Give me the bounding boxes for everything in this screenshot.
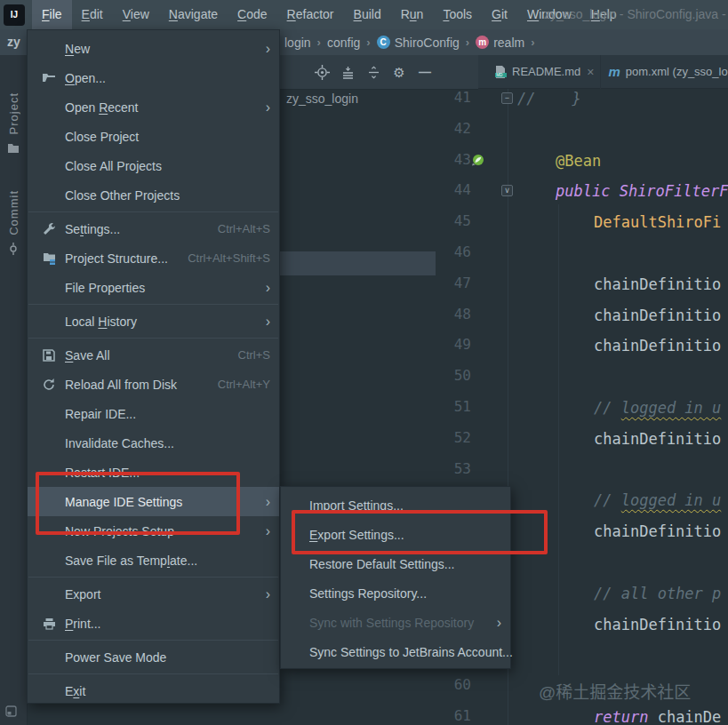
line-number: 50	[436, 367, 471, 384]
menu-item-save-file-as-template[interactable]: Save File as Template...	[28, 546, 279, 575]
code-line-53[interactable]: 53	[436, 455, 728, 486]
menubar-item-run[interactable]: Run	[391, 0, 434, 29]
open-folder-icon	[40, 72, 58, 84]
code-line-41[interactable]: 41−// }	[436, 89, 728, 115]
menu-item-restart-ide[interactable]: Restart IDE...	[28, 458, 279, 487]
gear-icon[interactable]: ⚙	[391, 64, 407, 80]
code-line-42[interactable]: 42	[436, 115, 728, 146]
menu-item-save-all[interactable]: Save AllCtrl+S	[28, 340, 279, 370]
editor-tab-bar: MDREADME.md×mpom.xml (zy_sso_login)×C	[478, 55, 728, 89]
code-line-60[interactable]: 60	[436, 671, 728, 702]
expand-regions-icon[interactable]	[365, 64, 381, 80]
menu-item-import-settings[interactable]: Import Settings...	[281, 490, 510, 520]
menubar-item-edit[interactable]: Edit	[72, 0, 113, 29]
maven-icon: m	[608, 64, 620, 79]
code-line-49[interactable]: 49chainDefinitio	[436, 331, 728, 362]
breadcrumb-item-login[interactable]: login	[284, 36, 311, 50]
menubar-item-view[interactable]: View	[113, 0, 159, 29]
editor-tab-readme-md[interactable]: MDREADME.md×	[487, 55, 601, 89]
menu-item-label: Reload All from Disk	[65, 378, 200, 392]
fold-closed-icon[interactable]: −	[501, 92, 513, 104]
breadcrumb-item-config[interactable]: config	[327, 36, 360, 50]
menu-item-shortcut: Ctrl+Alt+Shift+S	[188, 251, 270, 265]
submenu-arrow-icon: ›	[266, 524, 270, 538]
collapse-all-icon[interactable]	[340, 64, 356, 80]
menu-item-open-recent[interactable]: Open Recent›	[28, 92, 279, 122]
save-icon	[40, 349, 58, 362]
menu-item-shortcut: Ctrl+Alt+Y	[218, 378, 270, 391]
menubar-item-tools[interactable]: Tools	[433, 0, 482, 29]
locate-icon[interactable]	[314, 64, 330, 80]
menu-item-new[interactable]: New›	[28, 34, 279, 63]
menubar-item-navigate[interactable]: Navigate	[159, 0, 228, 29]
menubar-item-file[interactable]: File	[32, 0, 72, 29]
breadcrumb-item-realm[interactable]: mrealm	[476, 36, 524, 50]
menu-item-export[interactable]: Export›	[28, 579, 279, 609]
menu-item-restore-default-settings[interactable]: Restore Default Settings...	[281, 549, 510, 578]
menu-item-print[interactable]: Print...	[28, 609, 279, 638]
menu-item-sync-settings-to-jetbrains-account[interactable]: Sync Settings to JetBrains Account...	[281, 637, 510, 666]
menu-item-reload-all-from-disk[interactable]: Reload All from DiskCtrl+Alt+Y	[28, 370, 279, 399]
breadcrumb-item-shiroconfig[interactable]: CShiroConfig	[377, 36, 460, 50]
menu-item-settings-repository[interactable]: Settings Repository...	[281, 578, 510, 608]
code-line-44[interactable]: 44∨public ShiroFilterF	[436, 176, 728, 207]
menu-item-new-projects-setup[interactable]: New Projects Setup›	[28, 516, 279, 546]
line-number: 46	[436, 243, 471, 260]
menu-item-close-all-projects[interactable]: Close All Projects	[28, 151, 279, 180]
menu-separator	[28, 640, 278, 641]
code-line-47[interactable]: 47chainDefinitio	[436, 269, 728, 300]
hide-panel-icon[interactable]: —	[417, 64, 433, 80]
menu-item-exit[interactable]: Exit	[28, 676, 279, 705]
activity-bar-item-commit[interactable]: Commit	[0, 190, 27, 259]
menu-item-close-other-projects[interactable]: Close Other Projects	[28, 180, 279, 210]
menu-item-file-properties[interactable]: File Properties›	[28, 273, 279, 302]
intellij-logo-icon: IJ	[4, 4, 25, 26]
chevron-right-icon: ›	[366, 36, 370, 49]
window-title: zy_sso_login - ShiroConfig.java - A	[544, 0, 728, 29]
code-line-52[interactable]: 52chainDefinitio	[436, 424, 728, 455]
tool-windows-icon[interactable]	[5, 705, 17, 721]
svg-text:MD: MD	[496, 73, 503, 77]
spring-bean-icon[interactable]	[471, 154, 484, 167]
menu-separator	[28, 338, 278, 339]
menu-item-manage-ide-settings[interactable]: Manage IDE Settings›	[28, 487, 279, 516]
code-line-48[interactable]: 48chainDefinitio	[436, 300, 728, 331]
menu-item-repair-ide[interactable]: Repair IDE...	[28, 399, 279, 428]
menu-item-invalidate-caches[interactable]: Invalidate Caches...	[28, 428, 279, 458]
activity-bar-item-project[interactable]: Project	[0, 92, 27, 157]
code-line-46[interactable]: 46	[436, 238, 728, 269]
menubar-item-code[interactable]: Code	[228, 0, 276, 29]
submenu-arrow-icon: ›	[266, 100, 270, 115]
close-tab-icon[interactable]: ×	[587, 65, 594, 79]
code-text: // logged in u	[594, 396, 721, 419]
menu-item-label: Local History	[65, 315, 255, 329]
menu-item-settings[interactable]: Settings...Ctrl+Alt+S	[28, 214, 279, 243]
menu-item-project-structure[interactable]: Project Structure...Ctrl+Alt+Shift+S	[28, 243, 279, 273]
line-number: 47	[436, 275, 471, 291]
code-line-43[interactable]: 43@Bean	[436, 146, 728, 177]
menu-item-close-project[interactable]: Close Project	[28, 122, 279, 151]
menubar-item-refactor[interactable]: Refactor	[277, 0, 344, 29]
menu-item-export-settings[interactable]: Export Settings...	[281, 520, 510, 549]
menubar-item-build[interactable]: Build	[344, 0, 391, 29]
code-text: public ShiroFilterF	[556, 179, 728, 203]
breadcrumb: login›config›CShiroConfig›mrealm›	[284, 29, 541, 55]
line-number: 61	[436, 707, 471, 724]
code-line-45[interactable]: 45DefaultShiroFi	[436, 207, 728, 238]
fold-open-icon[interactable]: ∨	[501, 185, 513, 196]
menu-item-local-history[interactable]: Local History›	[28, 307, 279, 336]
menu-separator	[28, 304, 278, 305]
tree-selected-row[interactable]	[280, 251, 436, 275]
menu-item-label: Sync Settings to JetBrains Account...	[309, 645, 513, 659]
menu-item-label: Close Project	[65, 130, 270, 144]
code-segment: logged in u	[621, 491, 722, 509]
menubar-item-git[interactable]: Git	[482, 0, 517, 29]
menu-item-power-save-mode[interactable]: Power Save Mode	[28, 642, 279, 672]
editor-tab-pom-xml-zy-sso-login[interactable]: mpom.xml (zy_sso_login)×	[601, 55, 728, 89]
menu-item-open[interactable]: Open...	[28, 63, 279, 92]
tree-root-node[interactable]: zy_sso_login	[286, 92, 358, 106]
menu-item-label: Export Settings...	[309, 528, 501, 542]
code-line-51[interactable]: 51// logged in u	[436, 393, 728, 424]
code-line-50[interactable]: 50	[436, 362, 728, 393]
code-line-61[interactable]: 61return chainDe	[436, 702, 728, 725]
